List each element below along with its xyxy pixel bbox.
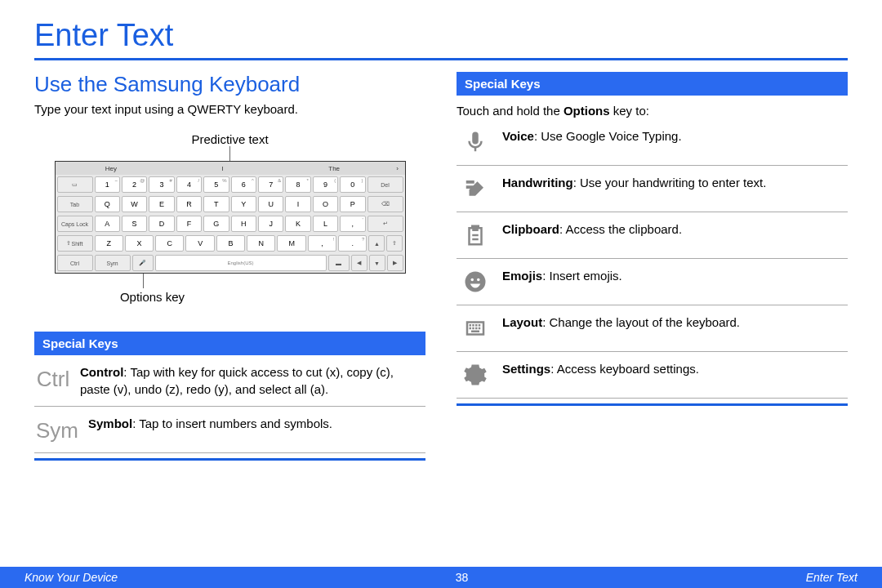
key: .? [338,235,367,252]
key: B [216,235,245,252]
key: H [231,216,256,232]
mic-icon [458,127,492,157]
page-footer: Know Your Device 38 Enter Text [0,567,882,588]
predict-word: Hey [56,165,167,172]
settings-icon [458,360,492,390]
callout-options-key: Options key [0,290,425,304]
key: U [258,196,283,212]
key-shift-icon: ⇧ [386,235,403,252]
key-hide-icon: ▬ [328,255,350,271]
key: V [185,235,214,252]
predictive-row: Hey I The › [56,162,405,175]
key: 9( [313,176,338,193]
special-keys-bar-right: Special Keys [457,72,848,96]
list-item: Sym Symbol: Tap to insert numbers and sy… [34,407,425,453]
svg-point-1 [471,278,474,282]
special-keys-list-left: Ctrl Control: Tap with key for quick acc… [34,355,425,453]
list-item: Emojis: Insert emojis. [457,259,848,305]
key-sym: Sym [95,255,131,271]
item-desc: Settings: Access keyboard settings. [502,360,846,377]
title-rule [34,58,848,60]
key-img-icon: ▭ [57,176,93,193]
ctrl-key-icon: Ctrl [36,363,70,393]
key: R [176,196,202,212]
keyboard-row-bottom: Ctrl Sym 🎤 English(US) ▬ ◀ ▼ ▶ [56,253,405,273]
key: 3# [149,176,174,193]
keyboard-row-2: Caps Lock A S D F G H J K L ,' ↵ [56,214,405,234]
key: 7& [258,176,283,193]
key: I [285,196,310,212]
key-tab: Tab [57,196,93,212]
columns: Use the Samsung Keyboard Type your text … [34,72,848,461]
special-keys-bar-left: Special Keys [34,332,425,355]
key: ,! [308,235,336,252]
key-del: Del [368,176,403,193]
key: D [149,216,174,232]
key-up-icon: ▲ [368,235,385,252]
emoji-icon [458,267,492,296]
key-space: English(US) [155,255,327,271]
predict-word: The [278,165,390,172]
key: K [285,216,310,232]
key: W [122,196,147,212]
footer-page-number: 38 [456,571,469,584]
keyboard-row-1: Tab Q W E R T Y U I O P ⌫ [56,194,405,214]
key: F [176,216,202,232]
callout-predictive-text: Predictive text [34,132,425,146]
list-item: Ctrl Control: Tap with key for quick acc… [34,355,425,407]
key: 0) [340,176,365,193]
key-ctrl: Ctrl [57,255,93,271]
item-desc: Symbol: Tap to insert numbers and symbol… [88,415,424,432]
keyboard-row-numbers: ▭ 1~ 2@ 3# 4/ 5% 6^ 7& 8* 9( 0) Del [56,175,405,194]
options-intro: Touch and hold the Options key to: [457,102,848,119]
item-desc: Control: Tap with key for quick access t… [80,363,424,398]
layout-icon [458,314,492,343]
left-column: Use the Samsung Keyboard Type your text … [34,72,425,461]
key: T [203,196,229,212]
list-item: Settings: Access keyboard settings. [457,352,848,399]
key: ,' [340,216,365,232]
key-right-icon: ▶ [387,255,403,271]
key: 6^ [231,176,256,193]
key-backspace-icon: ⌫ [368,196,403,212]
key-left-icon: ◀ [351,255,368,271]
key: 1~ [95,176,120,193]
options-list: Voice: Use Google Voice Typing. Handwrit… [457,119,848,399]
key: 8* [285,176,310,193]
svg-point-0 [466,272,486,292]
key: L [313,216,338,232]
key: Z [95,235,123,252]
footer-left: Know Your Device [24,571,118,584]
key: E [149,196,174,212]
key: C [155,235,184,252]
key: 5% [203,176,229,193]
item-desc: Handwriting: Use your handwriting to ent… [502,174,846,191]
key: O [313,196,338,212]
key: N [247,235,275,252]
callout-leader-bottom [143,274,144,288]
keyboard-illustration: Hey I The › ▭ 1~ 2@ 3# 4/ 5% 6^ 7& 8* 9(… [55,161,406,274]
keyboard-row-3: ⇧ Shift Z X C V B N M ,! .? ▲ ⇧ [56,234,405,253]
key-down-icon: ▼ [369,255,385,271]
sym-key-icon: Sym [36,415,78,444]
list-item: Layout: Change the layout of the keyboar… [457,305,848,352]
predict-word: I [167,165,278,172]
key: 4/ [176,176,202,193]
item-desc: Emojis: Insert emojis. [502,267,846,284]
key: A [95,216,120,232]
key: J [258,216,283,232]
key-capslock: Caps Lock [57,216,93,232]
key: S [122,216,147,232]
handwriting-icon [458,174,492,203]
key-options-mic-icon: 🎤 [132,255,154,271]
section-heading-keyboard: Use the Samsung Keyboard [34,72,425,97]
end-rule-left [34,458,425,461]
right-column: Special Keys Touch and hold the Options … [457,72,848,461]
clipboard-icon [458,220,492,250]
intro-text: Type your text input using a QWERTY keyb… [34,100,425,118]
item-desc: Layout: Change the layout of the keyboar… [502,314,846,331]
key: M [277,235,305,252]
key: 2@ [122,176,147,193]
item-desc: Voice: Use Google Voice Typing. [502,127,846,145]
key: Q [95,196,120,212]
